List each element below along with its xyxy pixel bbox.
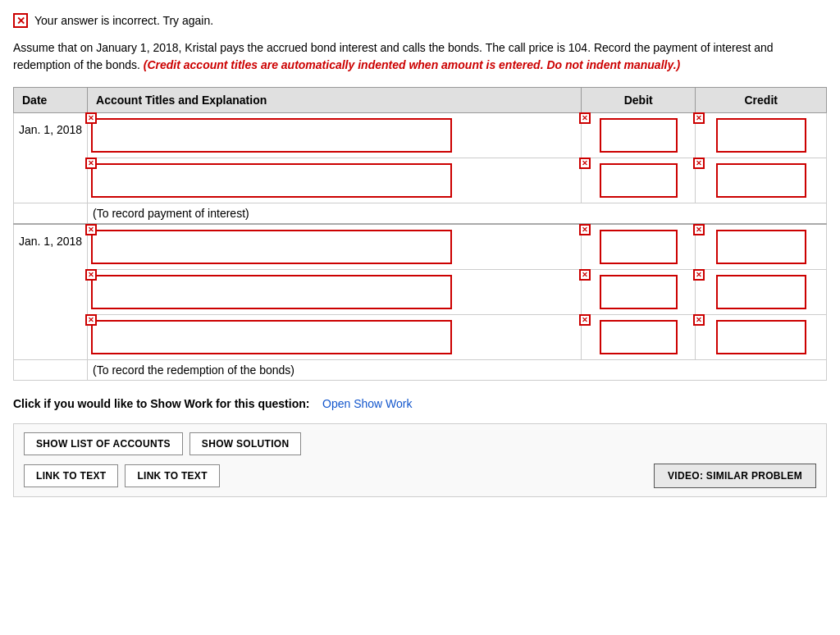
table-row: Jan. 1, 2018 ✕ ✕ ✕ bbox=[14, 113, 827, 158]
debit-input-2-2[interactable] bbox=[600, 275, 678, 309]
credit-input-1-1[interactable] bbox=[716, 118, 806, 153]
credit-input-wrapper-1-2: ✕ bbox=[699, 163, 823, 198]
credit-input-2-2[interactable] bbox=[716, 275, 806, 309]
x-badge: ✕ bbox=[579, 314, 591, 326]
credit-input-wrapper-2-1: ✕ bbox=[699, 230, 823, 264]
note-text-1: (To record payment of interest) bbox=[88, 203, 827, 225]
link-to-text-button-2[interactable]: Link to Text bbox=[125, 464, 219, 487]
col-header-credit: Credit bbox=[696, 88, 827, 113]
open-show-work-link[interactable]: Open Show Work bbox=[322, 397, 412, 410]
account-cell-1-2: ✕ bbox=[88, 158, 582, 203]
journal-table: Date Account Titles and Explanation Debi… bbox=[13, 87, 827, 381]
x-badge: ✕ bbox=[85, 269, 97, 281]
x-badge: ✕ bbox=[693, 158, 705, 169]
credit-input-2-1[interactable] bbox=[716, 230, 806, 264]
bottom-row1: Show List of Accounts Show Solution bbox=[24, 432, 816, 455]
x-badge: ✕ bbox=[85, 112, 97, 124]
date-cell-1: Jan. 1, 2018 bbox=[14, 113, 88, 203]
show-work-label: Click if you would like to Show Work for… bbox=[13, 397, 309, 410]
credit-cell-2-3: ✕ bbox=[696, 315, 827, 360]
x-badge: ✕ bbox=[85, 314, 97, 326]
credit-input-wrapper-2-3: ✕ bbox=[699, 320, 823, 354]
x-badge: ✕ bbox=[693, 314, 705, 326]
table-row: ✕ ✕ ✕ bbox=[14, 158, 827, 203]
bottom-row2: Link to Text Link to Text Video: Similar… bbox=[24, 464, 816, 488]
table-row: ✕ ✕ ✕ bbox=[14, 315, 827, 360]
account-input-wrapper-2-3: ✕ bbox=[91, 320, 578, 354]
debit-cell-2-2: ✕ bbox=[582, 270, 696, 315]
account-cell-2-1: ✕ bbox=[88, 224, 582, 270]
error-message: Your answer is incorrect. Try again. bbox=[34, 14, 213, 27]
x-badge: ✕ bbox=[85, 158, 97, 169]
credit-input-1-2[interactable] bbox=[716, 163, 806, 198]
x-badge: ✕ bbox=[579, 158, 591, 169]
x-badge: ✕ bbox=[693, 269, 705, 281]
credit-cell-1-1: ✕ bbox=[696, 113, 827, 158]
account-input-wrapper-2-2: ✕ bbox=[91, 275, 578, 309]
account-cell-2-2: ✕ bbox=[88, 270, 582, 315]
table-row: Jan. 1, 2018 ✕ ✕ ✕ bbox=[14, 224, 827, 270]
account-input-wrapper-2-1: ✕ bbox=[91, 230, 578, 264]
account-cell-2-3: ✕ bbox=[88, 315, 582, 360]
debit-input-1-2[interactable] bbox=[600, 163, 678, 198]
account-input-wrapper-1-1: ✕ bbox=[91, 118, 578, 153]
debit-input-wrapper-2-3: ✕ bbox=[585, 320, 692, 354]
credit-cell-2-1: ✕ bbox=[696, 224, 827, 270]
video-similar-problem-button[interactable]: Video: Similar Problem bbox=[654, 464, 816, 488]
question-text: Assume that on January 1, 2018, Kristal … bbox=[13, 39, 827, 74]
col-header-debit: Debit bbox=[582, 88, 696, 113]
show-work-section: Click if you would like to Show Work for… bbox=[13, 397, 827, 410]
x-badge: ✕ bbox=[579, 224, 591, 235]
note-row-2: (To record the redemption of the bonds) bbox=[14, 360, 827, 381]
error-icon: ✕ bbox=[13, 13, 28, 28]
x-badge: ✕ bbox=[693, 112, 705, 124]
account-input-2-1[interactable] bbox=[91, 230, 452, 264]
account-input-1-2[interactable] bbox=[91, 163, 452, 198]
col-header-date: Date bbox=[14, 88, 88, 113]
debit-cell-2-3: ✕ bbox=[582, 315, 696, 360]
debit-input-wrapper-1-2: ✕ bbox=[585, 163, 692, 198]
debit-cell-1-2: ✕ bbox=[582, 158, 696, 203]
col-header-account: Account Titles and Explanation bbox=[88, 88, 582, 113]
x-badge: ✕ bbox=[85, 224, 97, 235]
debit-input-2-1[interactable] bbox=[600, 230, 678, 264]
credit-input-wrapper-1-1: ✕ bbox=[699, 118, 823, 153]
bottom-row2-left: Link to Text Link to Text bbox=[24, 464, 220, 487]
x-badge: ✕ bbox=[579, 269, 591, 281]
debit-cell-2-1: ✕ bbox=[582, 224, 696, 270]
question-text-italic: (Credit account titles are automatically… bbox=[144, 58, 680, 71]
debit-cell-1-1: ✕ bbox=[582, 113, 696, 158]
date-cell-2: Jan. 1, 2018 bbox=[14, 224, 88, 360]
debit-input-wrapper-1-1: ✕ bbox=[585, 118, 692, 153]
account-input-2-3[interactable] bbox=[91, 320, 452, 354]
note-row-1: (To record payment of interest) bbox=[14, 203, 827, 225]
show-solution-button[interactable]: Show Solution bbox=[189, 432, 302, 455]
error-banner: ✕ Your answer is incorrect. Try again. bbox=[13, 13, 827, 28]
credit-cell-2-2: ✕ bbox=[696, 270, 827, 315]
account-input-wrapper-1-2: ✕ bbox=[91, 163, 578, 198]
x-badge: ✕ bbox=[579, 112, 591, 124]
show-list-button[interactable]: Show List of Accounts bbox=[24, 432, 183, 455]
credit-input-2-3[interactable] bbox=[716, 320, 806, 354]
debit-input-wrapper-2-2: ✕ bbox=[585, 275, 692, 309]
account-cell-1-1: ✕ bbox=[88, 113, 582, 158]
debit-input-2-3[interactable] bbox=[600, 320, 678, 354]
bottom-bar: Show List of Accounts Show Solution Link… bbox=[13, 423, 827, 497]
account-input-1-1[interactable] bbox=[91, 118, 452, 153]
x-badge: ✕ bbox=[693, 224, 705, 235]
link-to-text-button-1[interactable]: Link to Text bbox=[24, 464, 118, 487]
debit-input-wrapper-2-1: ✕ bbox=[585, 230, 692, 264]
credit-input-wrapper-2-2: ✕ bbox=[699, 275, 823, 309]
account-input-2-2[interactable] bbox=[91, 275, 452, 309]
table-row: ✕ ✕ ✕ bbox=[14, 270, 827, 315]
note-text-2: (To record the redemption of the bonds) bbox=[88, 360, 827, 381]
debit-input-1-1[interactable] bbox=[600, 118, 678, 153]
credit-cell-1-2: ✕ bbox=[696, 158, 827, 203]
